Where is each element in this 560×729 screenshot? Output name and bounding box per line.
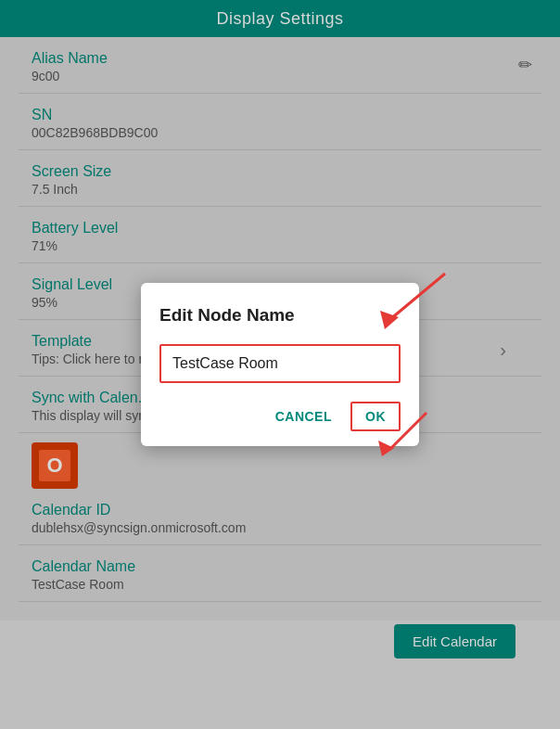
edit-node-name-dialog: Edit Node Name CANCEL OK: [141, 283, 419, 446]
cancel-button[interactable]: CANCEL: [264, 402, 343, 431]
dialog-actions: CANCEL OK: [159, 402, 401, 431]
dialog-title: Edit Node Name: [159, 305, 401, 326]
ok-button[interactable]: OK: [350, 402, 401, 431]
dialog-input-wrapper: [159, 344, 401, 383]
dialog-overlay: Edit Node Name CANCEL OK: [0, 0, 560, 729]
node-name-input[interactable]: [161, 346, 399, 381]
